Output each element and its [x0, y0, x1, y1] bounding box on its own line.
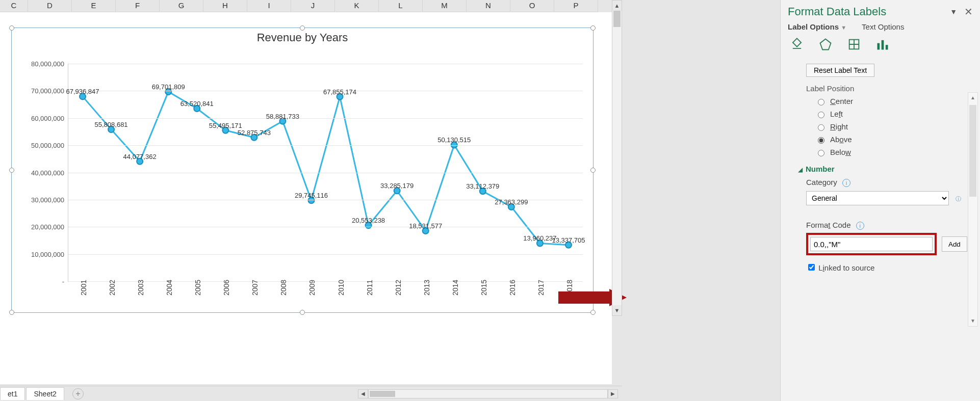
column-header[interactable]: G: [160, 0, 203, 12]
category-select[interactable]: General: [806, 191, 949, 205]
resize-handle-w[interactable]: [9, 168, 14, 173]
pane-scroll-down[interactable]: ▼: [968, 316, 977, 326]
x-axis-tick: 2006: [222, 280, 230, 296]
format-code-input[interactable]: [810, 237, 933, 251]
sheet-tab-sheet2[interactable]: Sheet2: [26, 387, 64, 400]
column-header[interactable]: J: [291, 0, 335, 12]
resize-handle-e[interactable]: [590, 168, 596, 173]
effects-icon[interactable]: [818, 37, 833, 51]
data-label[interactable]: 55,495,171: [209, 122, 242, 129]
x-axis-tick: 2007: [251, 280, 259, 296]
data-label[interactable]: 33,112,379: [466, 182, 499, 190]
x-axis-tick: 2008: [279, 280, 288, 296]
resize-handle-se[interactable]: [590, 310, 596, 315]
plot-area[interactable]: -10,000,00020,000,00030,000,00040,000,00…: [68, 64, 583, 282]
data-label[interactable]: 20,553,238: [352, 217, 385, 224]
data-label[interactable]: 52,875,743: [238, 129, 271, 137]
data-label[interactable]: 44,077,362: [123, 152, 157, 160]
column-header[interactable]: I: [247, 0, 291, 12]
data-label[interactable]: 27,363,299: [495, 198, 528, 206]
pane-options-menu[interactable]: ▼: [950, 8, 957, 16]
pane-close-button[interactable]: ✕: [964, 6, 973, 18]
data-label[interactable]: 13,337,705: [552, 236, 585, 244]
scroll-down-button[interactable]: ▼: [612, 305, 622, 315]
radio-right[interactable]: Right: [791, 120, 970, 133]
scroll-thumb[interactable]: [613, 11, 621, 27]
x-axis-tick: 2009: [308, 280, 316, 296]
radio-above[interactable]: Above: [791, 133, 970, 146]
series-line[interactable]: [83, 92, 569, 245]
x-axis-tick: 2016: [508, 280, 517, 296]
linked-to-source-checkbox[interactable]: Linked to source: [806, 263, 874, 272]
x-axis-tick: 2011: [366, 280, 374, 296]
column-header[interactable]: P: [554, 0, 598, 12]
pane-scrollbar[interactable]: ▲ ▼: [968, 92, 978, 327]
label-options-icon[interactable]: [875, 37, 890, 51]
sheet-tab-active[interactable]: et1: [0, 387, 25, 400]
x-axis-tick: 2004: [165, 280, 173, 296]
column-header[interactable]: D: [28, 0, 72, 12]
add-format-button[interactable]: Add: [942, 236, 967, 252]
data-label[interactable]: 67,855,174: [323, 88, 356, 96]
scroll-up-button[interactable]: ▲: [612, 1, 622, 11]
number-section-header[interactable]: ◢Number: [791, 158, 970, 175]
column-header[interactable]: M: [423, 0, 467, 12]
resize-handle-s[interactable]: [300, 310, 305, 315]
size-properties-icon[interactable]: [847, 37, 861, 51]
column-header[interactable]: F: [116, 0, 160, 12]
new-sheet-button[interactable]: +: [72, 388, 84, 399]
x-axis-tick: 2015: [480, 280, 488, 296]
y-axis-tick: 20,000,000: [31, 223, 64, 231]
x-axis-tick: 2014: [451, 280, 459, 296]
hscroll-thumb[interactable]: [370, 391, 395, 397]
resize-handle-sw[interactable]: [9, 310, 14, 315]
x-axis-tick: 2017: [537, 280, 545, 296]
column-header[interactable]: N: [467, 0, 510, 12]
x-axis-tick: 2010: [337, 280, 345, 296]
y-axis-tick: 30,000,000: [31, 196, 64, 203]
column-header[interactable]: H: [203, 0, 247, 12]
resize-handle-nw[interactable]: [9, 25, 14, 31]
pane-scroll-thumb[interactable]: [969, 105, 976, 197]
fill-line-icon[interactable]: [790, 37, 804, 51]
info-icon[interactable]: i: [842, 179, 850, 187]
data-label[interactable]: 69,701,809: [152, 83, 185, 91]
radio-left[interactable]: Left: [791, 108, 970, 120]
data-label[interactable]: 29,745,116: [295, 192, 328, 199]
resize-handle-ne[interactable]: [590, 25, 596, 31]
category-label: Category i: [791, 175, 970, 188]
data-label[interactable]: 18,531,577: [409, 222, 442, 230]
data-label[interactable]: 67,936,847: [66, 88, 99, 95]
svg-rect-3: [882, 40, 884, 50]
column-header[interactable]: K: [335, 0, 379, 12]
data-label[interactable]: 63,520,841: [180, 100, 214, 108]
reset-label-text-button[interactable]: Reset Label Text: [806, 64, 874, 77]
column-header[interactable]: E: [72, 0, 116, 12]
worksheet-vertical-scrollbar[interactable]: ▲ ▼: [612, 0, 622, 316]
y-axis-tick: 70,000,000: [31, 87, 64, 95]
column-header[interactable]: L: [379, 0, 423, 12]
radio-below[interactable]: Below: [791, 146, 970, 158]
data-label[interactable]: 55,808,681: [95, 121, 128, 128]
chart-object[interactable]: Revenue by Years -10,000,00020,000,00030…: [11, 28, 594, 313]
scroll-left-button[interactable]: ◀: [358, 389, 368, 398]
info-icon[interactable]: i: [856, 222, 864, 230]
column-header[interactable]: C: [0, 0, 28, 12]
tab-label-options[interactable]: Label Options ▼: [788, 22, 846, 31]
scroll-right-button[interactable]: ▶: [608, 389, 618, 398]
chart-title[interactable]: Revenue by Years: [12, 31, 593, 44]
resize-handle-n[interactable]: [300, 25, 305, 31]
x-axis-tick: 2013: [423, 280, 431, 296]
radio-center[interactable]: Center: [791, 95, 970, 108]
data-label[interactable]: 33,285,179: [380, 182, 414, 190]
data-label[interactable]: 50,130,515: [437, 136, 471, 144]
column-header[interactable]: O: [510, 0, 554, 12]
y-axis-tick: -: [62, 278, 64, 285]
x-axis-tick: 2001: [80, 280, 88, 296]
column-headers: CDEFGHIJKLMNOP: [0, 0, 612, 12]
worksheet-horizontal-scrollbar[interactable]: ◀ ▶: [358, 389, 622, 398]
data-label[interactable]: 58,881,733: [266, 112, 299, 120]
pane-scroll-up[interactable]: ▲: [968, 93, 977, 103]
tab-text-options[interactable]: Text Options: [862, 22, 904, 31]
info-icon[interactable]: ⓘ: [954, 195, 962, 203]
